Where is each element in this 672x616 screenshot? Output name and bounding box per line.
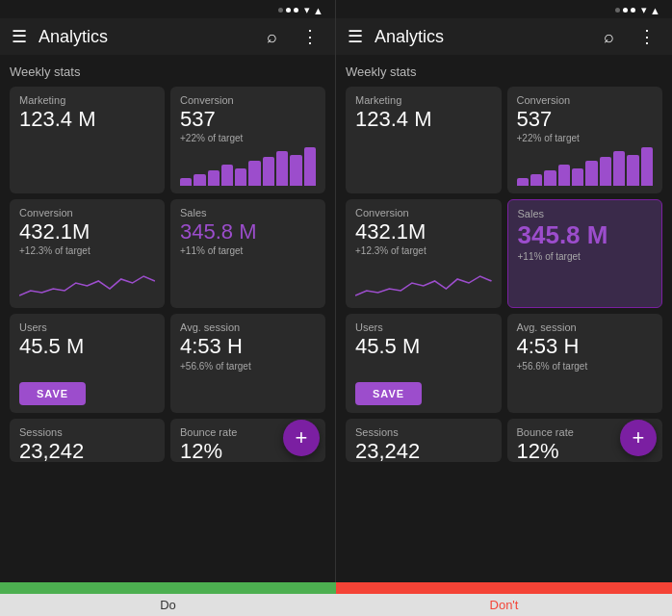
- bar-3: [208, 170, 220, 186]
- card-marketing-label-right: Marketing: [355, 94, 492, 106]
- bar-r3: [544, 170, 556, 186]
- card-conversion-main-left: Conversion 432.1M +12.3% of target: [10, 199, 165, 308]
- bar-r9: [627, 155, 638, 186]
- card-users-value-left: 45.5 M: [19, 335, 155, 358]
- card-avg-session-label-left: Avg. session: [180, 321, 316, 333]
- card-marketing-value-left: 123.4 M: [19, 108, 155, 131]
- wifi-icon-right: ▾: [641, 4, 647, 16]
- menu-icon-right[interactable]: ☰: [348, 26, 363, 47]
- content-right: Weekly stats Marketing 123.4 M Conversio…: [336, 55, 672, 582]
- card-users-right: Users 45.5 M SAVE: [346, 314, 502, 412]
- signal-dot-2: [286, 8, 291, 13]
- signal-icon-right: ▲: [650, 5, 660, 16]
- line-chart-left: [19, 262, 155, 300]
- signal-icon-left: ▲: [313, 5, 323, 16]
- bar-10: [304, 147, 316, 186]
- bar-r6: [585, 161, 597, 186]
- fab-right[interactable]: +: [620, 420, 657, 456]
- bar-9: [290, 155, 301, 186]
- card-conversion-top-right: Conversion 537 +22% of target: [507, 87, 663, 193]
- app-bar-left: ☰ Analytics ⌕ ⋮: [0, 18, 335, 55]
- bar-6: [248, 161, 260, 186]
- signal-dot-r1: [615, 8, 620, 13]
- indicator-bars: [0, 582, 672, 594]
- card-marketing-left: Marketing 123.4 M: [10, 87, 165, 193]
- dont-indicator-bar: [336, 582, 672, 594]
- card-marketing-right: Marketing 123.4 M: [346, 87, 502, 193]
- card-conversion-main-label-left: Conversion: [19, 207, 155, 218]
- app-title-right: Analytics: [375, 27, 583, 47]
- bar-1: [180, 178, 192, 186]
- card-users-left: Users 45.5 M SAVE: [10, 314, 165, 412]
- card-users-value-right: 45.5 M: [355, 335, 492, 358]
- right-screen: ▾ ▲ ☰ Analytics ⌕ ⋮ Weekly stats Marketi…: [336, 0, 672, 582]
- card-conversion-main-subtext-right: +12.3% of target: [355, 245, 492, 256]
- stats-grid-right: Marketing 123.4 M Conversion 537 +22% of…: [346, 87, 662, 462]
- bar-r7: [600, 157, 611, 186]
- card-conversion-top-subtext-right: +22% of target: [517, 133, 654, 143]
- card-avg-session-label-right: Avg. session: [517, 321, 654, 333]
- card-users-label-right: Users: [355, 321, 492, 333]
- card-sessions-left: Sessions 23,242: [10, 419, 165, 462]
- signal-dot-r3: [631, 8, 635, 13]
- card-users-label-left: Users: [19, 321, 155, 333]
- bottom-labels: Do Don't: [0, 594, 672, 616]
- bar-7: [263, 157, 274, 186]
- dont-label: Don't: [336, 594, 672, 616]
- card-conversion-main-right: Conversion 432.1M +12.3% of target: [346, 199, 502, 308]
- card-sessions-value-left: 23,242: [19, 440, 155, 462]
- card-sessions-right: Sessions 23,242: [346, 419, 502, 462]
- signal-dot-3: [294, 8, 298, 13]
- bar-chart-left: [180, 147, 316, 186]
- bar-r4: [558, 165, 570, 186]
- card-bounce-rate-right: Bounce rate 12% +: [507, 419, 663, 462]
- save-button-left[interactable]: SAVE: [19, 382, 86, 405]
- card-sessions-label-right: Sessions: [355, 426, 492, 438]
- signal-dot-1: [278, 8, 283, 13]
- card-sessions-value-right: 23,242: [355, 440, 492, 462]
- card-conversion-top-label-left: Conversion: [180, 94, 316, 106]
- bar-r2: [530, 174, 542, 186]
- card-sales-right: Sales 345.8 M +11% of target: [507, 199, 663, 308]
- do-label: Do: [0, 594, 336, 616]
- card-conversion-main-label-right: Conversion: [355, 207, 492, 218]
- card-avg-session-right: Avg. session 4:53 H +56.6% of target: [507, 314, 663, 412]
- card-sales-label-left: Sales: [180, 207, 316, 218]
- bar-r1: [517, 178, 529, 186]
- bar-chart-right: [517, 147, 654, 186]
- card-bounce-rate-left: Bounce rate 12% +: [170, 419, 325, 462]
- signal-dot-r2: [623, 8, 628, 13]
- search-icon-right[interactable]: ⌕: [595, 27, 622, 47]
- card-conversion-top-left: Conversion 537 +22% of target: [170, 87, 325, 193]
- card-conversion-top-subtext-left: +22% of target: [180, 133, 316, 143]
- bar-4: [221, 165, 233, 186]
- card-sales-value-right: 345.8 M: [518, 221, 653, 249]
- status-icons-right: ▾ ▲: [615, 4, 660, 16]
- card-conversion-main-value-right: 432.1M: [355, 220, 492, 244]
- do-indicator-bar: [0, 582, 336, 594]
- bar-8: [276, 151, 288, 186]
- more-icon-right[interactable]: ⋮: [633, 26, 660, 47]
- card-sales-subtext-right: +11% of target: [518, 251, 653, 262]
- bar-5: [235, 168, 246, 186]
- menu-icon-left[interactable]: ☰: [12, 26, 27, 47]
- weekly-stats-label-right: Weekly stats: [346, 64, 662, 79]
- line-chart-right: [355, 262, 492, 300]
- status-bar-right: ▾ ▲: [336, 0, 672, 18]
- card-avg-session-left: Avg. session 4:53 H +56.6% of target: [170, 314, 325, 412]
- card-avg-session-value-right: 4:53 H: [517, 335, 654, 358]
- fab-left[interactable]: +: [283, 420, 320, 456]
- card-marketing-label-left: Marketing: [19, 94, 155, 106]
- card-sales-label-right: Sales: [518, 208, 653, 219]
- stats-grid-left: Marketing 123.4 M Conversion 537 +22% of…: [10, 87, 325, 462]
- search-icon-left[interactable]: ⌕: [258, 27, 285, 47]
- card-avg-session-subtext-right: +56.6% of target: [517, 361, 654, 372]
- card-conversion-top-label-right: Conversion: [517, 94, 654, 106]
- save-button-right[interactable]: SAVE: [355, 382, 422, 405]
- weekly-stats-label-left: Weekly stats: [10, 64, 325, 79]
- bar-2: [194, 174, 205, 186]
- more-icon-left[interactable]: ⋮: [297, 26, 323, 47]
- card-sales-left: Sales 345.8 M +11% of target: [170, 199, 325, 308]
- content-left: Weekly stats Marketing 123.4 M Conversio…: [0, 55, 335, 582]
- bar-r8: [613, 151, 625, 186]
